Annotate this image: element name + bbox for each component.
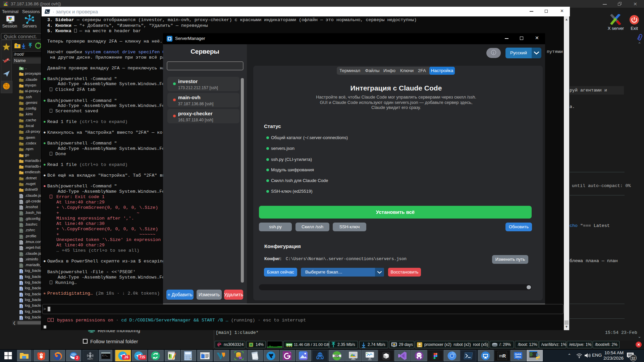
svg-text:HS: HS <box>335 354 339 358</box>
svg-text:C:\_: C:\_ <box>102 354 108 357</box>
svg-text:FRRTY: FRRTY <box>88 358 93 360</box>
svg-text:utmo: utmo <box>515 356 521 358</box>
svg-text:Quick: Quick <box>515 353 522 356</box>
svg-text:R: R <box>502 353 506 359</box>
